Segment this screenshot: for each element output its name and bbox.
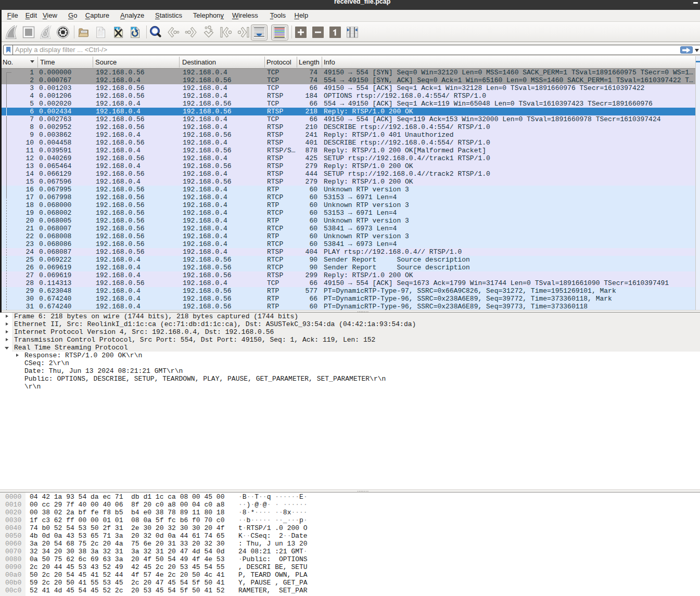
svg-text:0111: 0111	[98, 34, 104, 37]
